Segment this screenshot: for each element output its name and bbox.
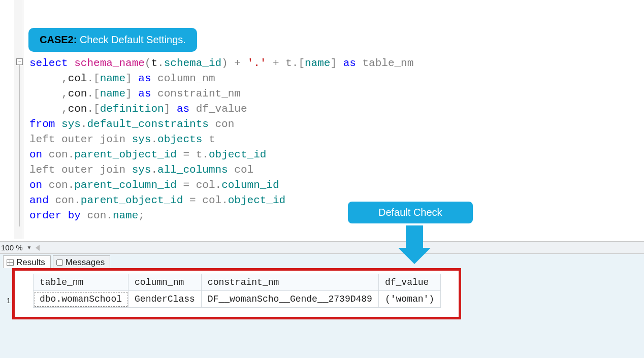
zoom-bar: 100 % ▼: [0, 241, 644, 254]
col-header[interactable]: column_nm: [128, 274, 202, 291]
case-badge-text: Check Default Settings.: [80, 34, 186, 45]
case-badge-label: CASE2:: [40, 34, 77, 45]
case-badge: CASE2: Check Default Settings.: [28, 28, 197, 52]
table-row[interactable]: dbo.womanSchool GenderClass DF__womanSch…: [34, 291, 441, 308]
table-header-row: table_nm column_nm constraint_nm df_valu…: [34, 274, 441, 291]
tab-results-label: Results: [16, 257, 45, 268]
cell[interactable]: ('woman'): [378, 291, 440, 308]
code-fold-toggle[interactable]: −: [16, 58, 23, 65]
grid-icon: [7, 259, 14, 266]
result-tabs: Results Messages: [0, 254, 644, 268]
sql-editor-pane[interactable]: − CASE2: Check Default Settings. select …: [0, 0, 644, 241]
zoom-dropdown-icon[interactable]: ▼: [27, 245, 32, 250]
tab-messages[interactable]: Messages: [53, 255, 110, 268]
messages-icon: [56, 259, 63, 266]
results-table[interactable]: table_nm column_nm constraint_nm df_valu…: [33, 274, 441, 308]
scroll-left-icon[interactable]: [36, 245, 40, 251]
sql-code[interactable]: select schema_name(t.schema_id) + '.' + …: [29, 56, 413, 223]
cell[interactable]: DF__womanScho__Gende__2739D489: [201, 291, 378, 308]
col-header[interactable]: constraint_nm: [201, 274, 378, 291]
col-header[interactable]: table_nm: [34, 274, 128, 291]
fold-guide-line: [19, 65, 20, 226]
editor-gutter: [14, 0, 23, 239]
results-highlight-box: 1 table_nm column_nm constraint_nm df_va…: [12, 268, 461, 319]
tab-messages-label: Messages: [66, 257, 105, 268]
row-number: 1: [4, 296, 14, 305]
tab-results[interactable]: Results: [3, 255, 51, 268]
arrow-down-icon: [404, 225, 425, 264]
callout-default-check: Default Check: [348, 202, 473, 223]
cell[interactable]: GenderClass: [128, 291, 202, 308]
cell[interactable]: dbo.womanSchool: [34, 291, 128, 308]
zoom-value[interactable]: 100 %: [1, 243, 23, 252]
col-header[interactable]: df_value: [378, 274, 440, 291]
